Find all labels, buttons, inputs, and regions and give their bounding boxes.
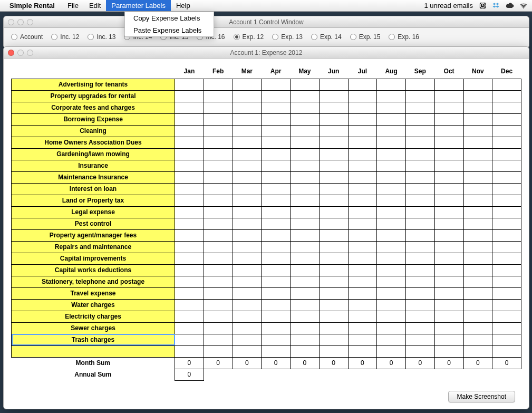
row-label[interactable]: Borrowing Expense	[12, 113, 175, 125]
app-name[interactable]: Simple Rental	[9, 2, 55, 9]
expense-cell[interactable]	[175, 137, 204, 148]
expense-cell[interactable]	[291, 299, 320, 311]
expense-cell[interactable]	[233, 229, 262, 241]
cloud-icon[interactable]	[506, 2, 514, 10]
expense-cell[interactable]	[233, 160, 262, 171]
expense-cell[interactable]	[291, 253, 320, 264]
expense-cell[interactable]	[175, 218, 204, 229]
expense-cell[interactable]	[348, 264, 377, 276]
zoom-icon[interactable]	[27, 50, 33, 56]
expense-cell[interactable]	[319, 218, 348, 229]
expense-cell[interactable]	[377, 125, 406, 137]
dropbox-icon[interactable]	[492, 2, 500, 10]
expense-cell[interactable]	[463, 334, 492, 345]
expense-cell[interactable]	[262, 113, 291, 125]
expense-cell[interactable]	[492, 229, 521, 241]
expense-cell[interactable]	[406, 183, 435, 195]
row-label[interactable]: Capital improvements	[12, 253, 175, 264]
expense-cell[interactable]	[492, 287, 521, 299]
row-label[interactable]: Corporate fees and charges	[12, 102, 175, 113]
expense-cell[interactable]	[463, 241, 492, 253]
expense-cell[interactable]	[175, 125, 204, 137]
expense-cell[interactable]	[204, 137, 233, 148]
expense-cell[interactable]	[204, 229, 233, 241]
expense-cell[interactable]	[348, 183, 377, 195]
expense-cell[interactable]	[233, 287, 262, 299]
tab-exp-12[interactable]: Exp. 12	[230, 32, 267, 42]
expense-cell[interactable]	[175, 102, 204, 113]
expense-cell[interactable]	[348, 299, 377, 311]
expense-cell[interactable]	[175, 311, 204, 322]
expense-cell[interactable]	[291, 287, 320, 299]
expense-cell[interactable]	[463, 113, 492, 125]
expense-cell[interactable]	[233, 322, 262, 334]
menu-edit[interactable]: Edit	[84, 0, 106, 11]
expense-cell[interactable]	[434, 195, 463, 206]
expense-cell[interactable]	[348, 113, 377, 125]
expense-cell[interactable]	[492, 148, 521, 160]
expense-cell[interactable]	[406, 311, 435, 322]
expense-cell[interactable]	[204, 345, 233, 357]
expense-cell[interactable]	[204, 276, 233, 287]
expense-cell[interactable]	[463, 264, 492, 276]
expense-cell[interactable]	[377, 206, 406, 218]
expense-cell[interactable]	[377, 148, 406, 160]
expense-cell[interactable]	[262, 195, 291, 206]
expense-cell[interactable]	[262, 79, 291, 90]
expense-cell[interactable]	[492, 183, 521, 195]
row-label[interactable]: Water charges	[12, 299, 175, 311]
row-label[interactable]: Stationery, telephone and postage	[12, 276, 175, 287]
row-label[interactable]: Electricity charges	[12, 311, 175, 322]
expense-cell[interactable]	[175, 241, 204, 253]
expense-cell[interactable]	[348, 334, 377, 345]
expense-cell[interactable]	[434, 218, 463, 229]
expense-cell[interactable]	[233, 79, 262, 90]
expense-cell[interactable]	[204, 334, 233, 345]
expense-cell[interactable]	[463, 299, 492, 311]
tab-account[interactable]: Account	[8, 32, 46, 42]
expense-cell[interactable]	[377, 171, 406, 183]
expense-cell[interactable]	[204, 160, 233, 171]
expense-cell[interactable]	[233, 276, 262, 287]
expense-cell[interactable]	[348, 137, 377, 148]
expense-cell[interactable]	[319, 148, 348, 160]
expense-cell[interactable]	[492, 253, 521, 264]
expense-cell[interactable]	[463, 183, 492, 195]
expense-cell[interactable]	[319, 113, 348, 125]
expense-cell[interactable]	[204, 241, 233, 253]
expense-cell[interactable]	[463, 195, 492, 206]
row-label[interactable]: Property agent/manager fees	[12, 229, 175, 241]
expense-cell[interactable]	[377, 183, 406, 195]
expense-cell[interactable]	[175, 113, 204, 125]
row-label[interactable]: Pest control	[12, 218, 175, 229]
expense-cell[interactable]	[175, 345, 204, 357]
expense-cell[interactable]	[233, 253, 262, 264]
expense-cell[interactable]	[434, 148, 463, 160]
menu-parameter-labels[interactable]: Parameter Labels	[106, 0, 171, 11]
expense-cell[interactable]	[348, 148, 377, 160]
expense-cell[interactable]	[492, 125, 521, 137]
row-label[interactable]: Sewer charges	[12, 322, 175, 334]
expense-cell[interactable]	[377, 195, 406, 206]
row-label[interactable]: Legal expense	[12, 206, 175, 218]
tab-exp-14[interactable]: Exp. 14	[308, 32, 345, 42]
expense-cell[interactable]	[204, 206, 233, 218]
expense-cell[interactable]	[319, 253, 348, 264]
expense-cell[interactable]	[262, 345, 291, 357]
expense-cell[interactable]	[319, 311, 348, 322]
expense-cell[interactable]	[406, 195, 435, 206]
expense-cell[interactable]	[406, 253, 435, 264]
expense-cell[interactable]	[262, 311, 291, 322]
expense-cell[interactable]	[319, 334, 348, 345]
expense-cell[interactable]	[319, 276, 348, 287]
expense-cell[interactable]	[319, 287, 348, 299]
expense-cell[interactable]	[262, 160, 291, 171]
expense-cell[interactable]	[348, 229, 377, 241]
expense-cell[interactable]	[348, 276, 377, 287]
row-label[interactable]: Gardening/lawn mowing	[12, 148, 175, 160]
expense-cell[interactable]	[434, 171, 463, 183]
expense-cell[interactable]	[463, 79, 492, 90]
expense-cell[interactable]	[291, 125, 320, 137]
expense-cell[interactable]	[434, 241, 463, 253]
expense-cell[interactable]	[492, 102, 521, 113]
